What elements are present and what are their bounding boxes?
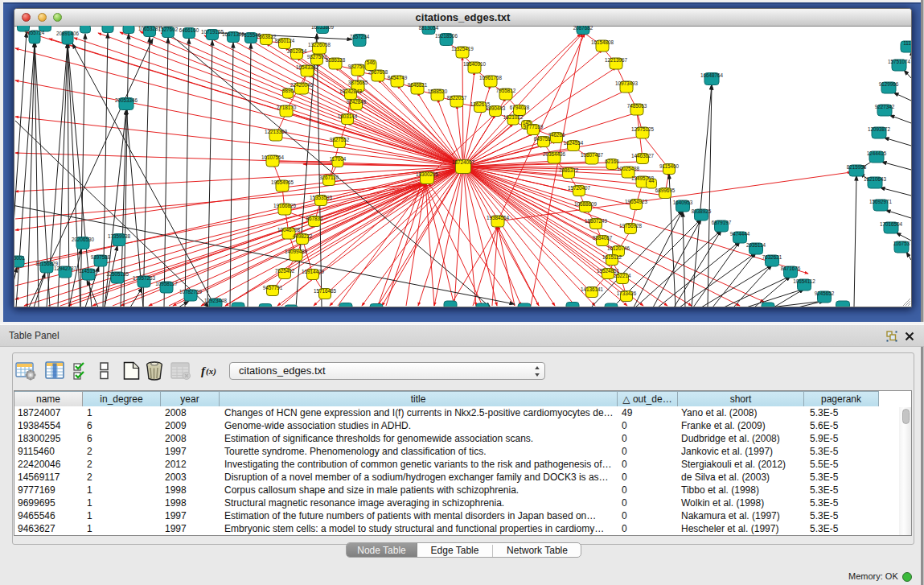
svg-text:9990443: 9990443 [486,105,506,111]
svg-text:10654112: 10654112 [793,278,815,284]
svg-text:16120746: 16120746 [607,245,630,251]
svg-text:8860124: 8860124 [275,38,295,43]
svg-text:10973493: 10973493 [615,80,639,86]
svg-text:12213967: 12213967 [605,57,628,63]
svg-text:9115460: 9115460 [659,163,680,169]
svg-text:18807249: 18807249 [585,218,608,224]
svg-text:19384554: 19384554 [487,215,510,220]
svg-text:117004: 117004 [330,156,347,162]
svg-text:1733426: 1733426 [617,290,637,296]
svg-text:3267110: 3267110 [319,175,339,180]
svg-text:7632621: 7632621 [762,254,782,260]
svg-text:2967608: 2967608 [368,69,388,75]
svg-text:10688609: 10688609 [574,201,598,207]
svg-text:2087682: 2087682 [573,26,593,31]
svg-text:9129966: 9129966 [879,81,899,87]
svg-text:8186328: 8186328 [326,57,346,63]
svg-text:16543382: 16543382 [296,64,319,70]
svg-text:1640953: 1640953 [673,200,693,205]
svg-text:19654923: 19654923 [625,199,648,204]
svg-text:14136141: 14136141 [581,286,604,292]
svg-text:9327503: 9327503 [307,54,327,60]
svg-text:8813054: 8813054 [419,26,439,31]
svg-text:2718170: 2718170 [277,105,297,110]
svg-text:(x): (x) [206,366,216,377]
svg-text:12975125: 12975125 [631,126,655,132]
svg-text:16648764: 16648764 [700,72,724,78]
svg-text:9397588: 9397588 [91,254,111,260]
svg-text:18724007: 18724007 [452,159,475,165]
svg-text:15353593: 15353593 [310,195,333,200]
svg-text:12923448: 12923448 [204,298,228,303]
svg-text:6899695: 6899695 [655,187,676,193]
svg-text:16210643: 16210643 [864,176,887,182]
svg-text:12505135: 12505135 [106,271,129,277]
svg-text:8215958: 8215958 [847,164,867,170]
svg-text:1244415: 1244415 [867,150,887,156]
svg-text:17016504: 17016504 [880,221,903,227]
svg-text:867832: 867832 [306,216,323,221]
svg-text:746266: 746266 [548,132,565,138]
svg-text:14463627: 14463627 [631,153,655,159]
svg-text:18242843: 18242843 [339,89,363,94]
svg-text:7485063: 7485063 [627,103,647,109]
svg-text:12093872: 12093872 [868,126,891,132]
svg-text:116753: 116753 [893,241,910,246]
svg-text:10958117: 10958117 [155,281,178,286]
svg-text:9457791: 9457791 [263,285,283,290]
svg-text:1588520: 1588520 [428,89,448,94]
svg-text:15720407: 15720407 [568,185,591,191]
svg-text:22420046: 22420046 [290,82,314,88]
svg-text:10025438: 10025438 [617,166,640,171]
svg-text:8471676: 8471676 [781,266,801,271]
svg-text:9055724: 9055724 [25,30,45,35]
svg-text:7986372: 7986372 [559,167,579,173]
svg-text:111: 111 [903,40,911,46]
svg-text:18300295: 18300295 [416,171,439,177]
svg-text:16107554: 16107554 [261,154,285,160]
svg-text:7663822: 7663822 [257,34,277,39]
svg-text:1621022: 1621022 [503,114,524,120]
svg-text:19756928: 19756928 [619,223,643,229]
svg-text:85001: 85001 [14,255,25,261]
svg-text:252214: 252214 [614,273,631,278]
svg-text:8322037: 8322037 [447,95,467,101]
svg-text:18640910: 18640910 [463,61,487,67]
svg-text:3875685: 3875685 [348,80,368,85]
svg-text:20053346: 20053346 [115,97,138,103]
svg-text:10807487: 10807487 [581,152,604,158]
svg-text:9896: 9896 [282,88,294,93]
svg-text:15751074: 15751074 [888,59,911,64]
svg-text:16961758: 16961758 [479,75,503,80]
svg-text:9827552: 9827552 [330,137,350,142]
svg-text:3912954: 3912954 [287,48,307,54]
svg-text:9474444: 9474444 [730,231,750,237]
svg-text:4498222: 4498222 [293,233,313,239]
svg-text:62160: 62160 [605,159,619,164]
svg-text:12213369: 12213369 [265,129,288,134]
svg-text:17359938: 17359938 [108,233,131,239]
svg-text:9646821: 9646821 [408,82,428,88]
svg-text:20891406: 20891406 [56,31,80,36]
svg-text:10782759: 10782759 [179,289,203,295]
svg-text:7955812: 7955812 [496,88,516,93]
svg-text:13226058: 13226058 [308,42,331,47]
svg-text:1615112: 1615112 [602,254,622,260]
svg-text:8454749: 8454749 [388,75,408,80]
svg-text:20206530: 20206530 [72,237,95,242]
svg-text:7357234: 7357234 [350,34,370,39]
svg-text:2935114: 2935114 [746,242,766,248]
svg-text:6794028: 6794028 [510,105,530,110]
svg-text:6879197: 6879197 [712,220,732,225]
svg-text:14099489: 14099489 [285,249,308,254]
svg-text:19166825: 19166825 [273,203,297,208]
svg-text:7625402: 7625402 [275,268,295,274]
svg-text:1527602: 1527602 [158,27,179,32]
svg-text:15716485: 15716485 [314,288,337,294]
svg-text:12942737: 12942737 [54,266,77,271]
svg-text:9227342: 9227342 [875,104,895,109]
svg-text:16914479: 16914479 [302,269,325,274]
svg-text:10046708: 10046708 [277,227,301,233]
svg-text:20364436: 20364436 [543,151,566,157]
svg-text:9777169: 9777169 [524,124,544,130]
